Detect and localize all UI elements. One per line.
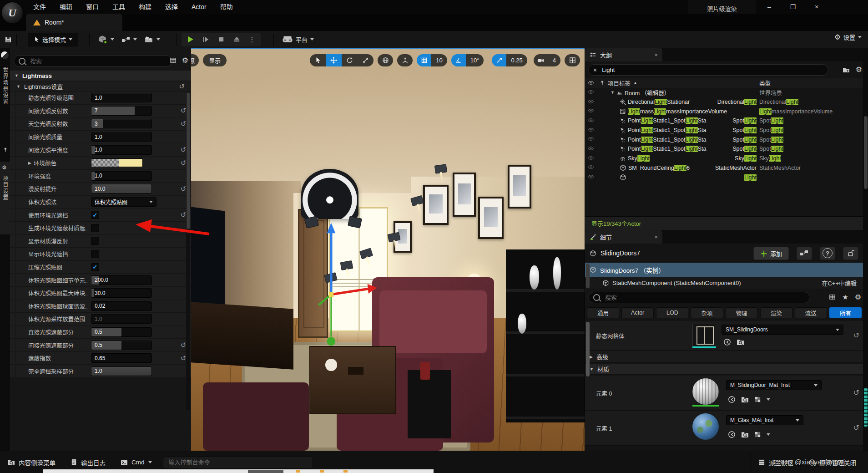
column-type[interactable]: 类型 [759,79,863,87]
browse-to-asset-icon[interactable] [741,431,749,438]
use-selected-asset-icon[interactable] [723,338,731,346]
play-button[interactable] [183,34,197,46]
outliner-search[interactable]: × [588,64,828,76]
glass-material-sphere[interactable] [692,413,719,440]
browse-to-asset-icon[interactable] [737,338,744,346]
checkbox[interactable] [91,224,99,232]
inner-scrollbar-thumb[interactable] [586,322,590,376]
reset-icon[interactable]: ↺ [181,159,187,167]
collapse-arrow-icon[interactable]: ▼ [611,90,615,95]
use-selected-asset-icon[interactable] [728,431,736,438]
rotate-tool[interactable] [342,54,358,66]
menu-文件[interactable]: 文件 [26,0,53,14]
menu-选择[interactable]: 选择 [158,0,185,14]
material-combobox[interactable]: M_SlidingDoor_Mat_Inst [726,380,822,390]
grid-snap-control[interactable]: 10 [417,54,447,66]
select-tool[interactable] [310,54,326,66]
display-options-icon[interactable] [170,57,177,64]
value-field[interactable]: 1.0 [91,366,152,376]
scale-tool[interactable] [358,54,373,66]
platforms-dropdown[interactable]: 平台 [278,33,318,46]
close-tab-icon[interactable]: × [654,51,658,58]
scale-snap-value[interactable]: 0.25 [506,54,527,66]
display-options-icon[interactable] [829,294,836,300]
outliner-row-7[interactable]: PointLightStatic1_SpotLightStaSpotLightS… [585,144,863,154]
stop-button[interactable] [214,34,228,46]
reset-icon[interactable]: ↺ [181,107,187,114]
value-field[interactable]: 7 [91,106,152,116]
grid-snap-icon[interactable] [417,54,431,66]
details-search[interactable] [588,292,810,303]
scale-snap-icon[interactable] [492,54,506,66]
lit-mode-pill[interactable]: 照 [191,54,199,66]
ambient-sound-gizmo-icon[interactable] [301,169,358,219]
outliner-row-4[interactable]: PointLightStatic1_SpotLightStaSpotLightS… [585,116,863,126]
close-tab-icon[interactable]: × [654,234,658,240]
world-settings-search[interactable] [14,55,172,67]
show-pill[interactable]: 显示 [203,54,227,66]
filter-chip-通用[interactable]: 通用 [587,307,619,318]
add-actor-dropdown[interactable] [94,33,118,46]
outliner-row-10[interactable]: Light [585,173,863,182]
play-options-button[interactable]: ⋮ [245,34,259,46]
skip-button[interactable] [199,34,212,46]
reset-icon[interactable]: ↺ [179,82,185,91]
save-button[interactable] [5,36,12,43]
favorites-icon[interactable]: ★ [842,293,848,301]
search-input[interactable] [29,57,167,65]
value-field[interactable]: 1.0 [91,132,152,142]
checkbox[interactable] [91,237,99,245]
material-options-icon[interactable] [754,396,761,403]
section-lightmass-settings[interactable]: ▼ Lightmass设置 ↺ [10,81,191,92]
camera-icon[interactable] [534,54,548,66]
filter-chip-物理[interactable]: 物理 [726,307,758,318]
static-mesh-thumbnail[interactable] [692,324,716,346]
pin-column-icon[interactable] [597,80,608,86]
value-field[interactable]: 30.0 [91,288,152,298]
create-folder-icon[interactable] [843,66,850,73]
outliner-row-3[interactable]: LightmassLightmassImportanceVolumeLightm… [585,107,863,116]
scale-snap-control[interactable]: 0.25 [492,54,527,66]
reset-icon[interactable]: ↺ [853,331,859,340]
value-field[interactable]: 3 [91,119,152,128]
rotation-snap-control[interactable]: 10° [451,54,484,66]
outliner-row-6[interactable]: PointLightStatic1_SpotLightStaSpotLightS… [585,135,863,144]
reset-icon[interactable]: ↺ [853,388,859,397]
eject-button[interactable] [230,34,243,46]
blueprints-dropdown[interactable] [118,33,141,46]
content-drawer-peek[interactable] [43,469,434,473]
category-lightmass[interactable]: ▼ Lightmass [10,71,191,81]
level-viewport[interactable]: 照 显示 10 10° [191,48,585,451]
maximize-button[interactable]: ❐ [787,3,799,10]
browse-to-asset-icon[interactable] [741,396,749,403]
outliner-row-1[interactable]: ▼Room （编辑器）世界场景 [585,88,863,97]
close-button[interactable]: × [811,3,823,10]
menu-Actor[interactable]: Actor [185,0,213,14]
level-tab-room[interactable]: Room* [26,14,122,31]
value-field[interactable]: 0.5 [91,341,152,350]
add-component-button[interactable]: ＋ 添加 [753,247,789,260]
filter-chip-Actor[interactable]: Actor [621,307,654,318]
grid-snap-value[interactable]: 10 [431,54,447,66]
menu-帮助[interactable]: 帮助 [213,0,240,14]
static-mesh-combobox[interactable]: SM_SlidingDoors [722,325,843,335]
world-space-toggle[interactable] [378,54,393,66]
reset-icon[interactable]: ↺ [181,211,187,219]
material-options-icon[interactable] [754,431,761,438]
outliner-row-8[interactable]: SkyLightSkyLightSkyLight [585,154,863,163]
tab-project-settings[interactable]: ⚙ 项目设置 [0,162,10,234]
value-field[interactable]: 1.0 [91,145,152,155]
angle-snap-value[interactable]: 10° [466,54,484,66]
right-panel-scrollbar[interactable] [863,48,868,451]
outliner-search-input[interactable] [601,66,823,74]
menu-工具[interactable]: 工具 [106,0,132,14]
menu-编辑[interactable]: 编辑 [53,0,79,14]
door-material-sphere[interactable] [692,378,719,405]
advanced-section[interactable]: ▶ 高级 [585,351,863,363]
reset-icon[interactable]: ↺ [181,341,187,349]
visibility-column-icon[interactable] [585,80,597,86]
filter-chip-LOD[interactable]: LOD [656,307,688,318]
component-row-staticmesh[interactable]: StaticMeshComponent (StaticMeshComponent… [585,277,863,289]
expand-arrow-icon[interactable]: ▶ [28,161,31,165]
minimize-button[interactable]: – [763,3,775,10]
